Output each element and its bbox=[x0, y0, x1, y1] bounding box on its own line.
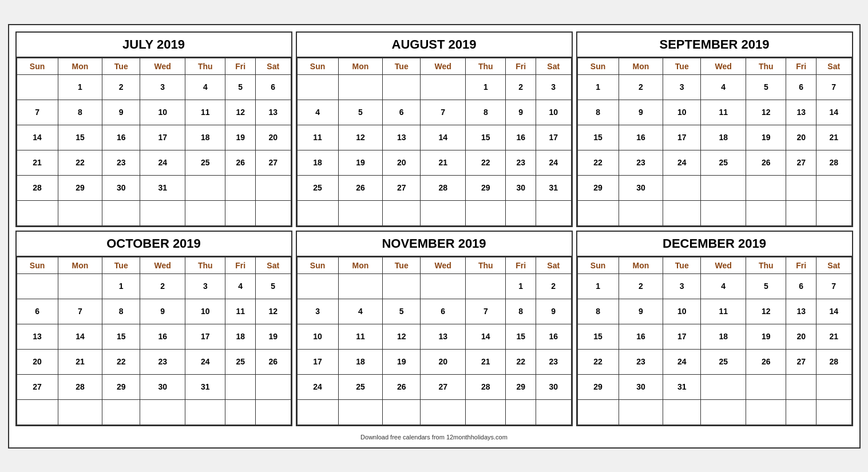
cal-day: 19 bbox=[383, 349, 421, 374]
cal-day: 9 bbox=[619, 299, 663, 324]
cal-day: 22 bbox=[577, 150, 619, 175]
cal-day: 23 bbox=[140, 349, 185, 374]
cal-day: 20 bbox=[786, 324, 817, 349]
cal-day: 29 bbox=[577, 374, 619, 399]
cal-day: 3 bbox=[663, 273, 701, 299]
cal-day: 5 bbox=[338, 100, 382, 125]
cal-day: 1 bbox=[102, 273, 140, 299]
cal-day bbox=[255, 175, 291, 200]
cal-day: 30 bbox=[506, 175, 536, 200]
footer-text: Download free calendars from 12monthholi… bbox=[14, 431, 855, 443]
cal-day: 21 bbox=[816, 125, 851, 150]
cal-day bbox=[102, 200, 140, 225]
day-header-sun: Sun bbox=[297, 58, 338, 74]
cal-day: 21 bbox=[421, 150, 466, 175]
cal-day bbox=[466, 399, 506, 425]
cal-day: 15 bbox=[577, 125, 619, 150]
cal-day bbox=[383, 74, 421, 100]
cal-day bbox=[506, 200, 536, 225]
cal-day: 23 bbox=[619, 349, 663, 374]
month-october-2019: OCTOBER 2019SunMonTueWedThuFriSat1234567… bbox=[15, 231, 292, 426]
cal-day: 3 bbox=[297, 299, 338, 324]
cal-day: 29 bbox=[577, 175, 619, 200]
cal-day: 14 bbox=[816, 299, 851, 324]
cal-day: 22 bbox=[577, 349, 619, 374]
cal-day bbox=[663, 175, 701, 200]
day-header-thu: Thu bbox=[185, 257, 225, 273]
cal-day: 19 bbox=[225, 125, 256, 150]
day-header-sat: Sat bbox=[816, 58, 851, 74]
cal-day bbox=[816, 200, 851, 225]
cal-table-october-2019: SunMonTueWedThuFriSat1234567891011121314… bbox=[17, 257, 291, 425]
cal-day: 15 bbox=[58, 125, 102, 150]
cal-day: 15 bbox=[102, 324, 140, 349]
month-title-december-2019: DECEMBER 2019 bbox=[577, 232, 852, 257]
cal-day bbox=[102, 399, 140, 425]
cal-day: 22 bbox=[102, 349, 140, 374]
cal-day bbox=[225, 399, 256, 425]
cal-day: 16 bbox=[536, 324, 571, 349]
cal-day: 20 bbox=[383, 150, 421, 175]
cal-day bbox=[786, 374, 817, 399]
cal-day: 27 bbox=[421, 374, 466, 399]
cal-day: 12 bbox=[383, 324, 421, 349]
cal-day bbox=[297, 200, 338, 225]
cal-day bbox=[58, 399, 102, 425]
cal-day: 29 bbox=[506, 374, 536, 399]
cal-day: 2 bbox=[102, 74, 140, 100]
cal-day bbox=[140, 399, 185, 425]
day-header-mon: Mon bbox=[619, 58, 663, 74]
cal-day: 17 bbox=[185, 324, 225, 349]
cal-day: 7 bbox=[421, 100, 466, 125]
cal-day: 25 bbox=[185, 150, 225, 175]
cal-day: 9 bbox=[102, 100, 140, 125]
cal-day: 17 bbox=[297, 349, 338, 374]
cal-day: 6 bbox=[786, 273, 817, 299]
cal-day: 28 bbox=[58, 374, 102, 399]
cal-day: 12 bbox=[225, 100, 256, 125]
cal-day: 21 bbox=[58, 349, 102, 374]
cal-day: 10 bbox=[663, 299, 701, 324]
cal-day: 6 bbox=[421, 299, 466, 324]
cal-day: 21 bbox=[466, 349, 506, 374]
cal-day: 18 bbox=[701, 125, 746, 150]
cal-day: 3 bbox=[185, 273, 225, 299]
cal-day: 13 bbox=[255, 100, 291, 125]
cal-day: 11 bbox=[297, 125, 338, 150]
cal-day: 29 bbox=[58, 175, 102, 200]
cal-day bbox=[663, 399, 701, 425]
cal-day bbox=[746, 200, 786, 225]
cal-day: 6 bbox=[255, 74, 291, 100]
cal-day: 30 bbox=[619, 175, 663, 200]
cal-day bbox=[225, 200, 256, 225]
day-header-sun: Sun bbox=[577, 58, 619, 74]
cal-day: 20 bbox=[421, 349, 466, 374]
cal-day: 4 bbox=[225, 273, 256, 299]
day-header-fri: Fri bbox=[506, 257, 536, 273]
day-header-sun: Sun bbox=[17, 58, 58, 74]
cal-table-july-2019: SunMonTueWedThuFriSat1234567891011121314… bbox=[17, 58, 291, 226]
day-header-mon: Mon bbox=[619, 257, 663, 273]
cal-day: 28 bbox=[17, 175, 58, 200]
day-header-sat: Sat bbox=[816, 257, 851, 273]
cal-day: 4 bbox=[297, 100, 338, 125]
day-header-tue: Tue bbox=[102, 257, 140, 273]
cal-day bbox=[185, 399, 225, 425]
cal-day: 27 bbox=[255, 150, 291, 175]
cal-day: 12 bbox=[255, 299, 291, 324]
cal-day: 24 bbox=[536, 150, 571, 175]
cal-day: 28 bbox=[816, 349, 851, 374]
cal-day: 11 bbox=[225, 299, 256, 324]
cal-day bbox=[466, 273, 506, 299]
cal-day: 24 bbox=[663, 150, 701, 175]
cal-day: 7 bbox=[816, 273, 851, 299]
cal-day: 21 bbox=[17, 150, 58, 175]
cal-day: 19 bbox=[255, 324, 291, 349]
cal-day: 15 bbox=[466, 125, 506, 150]
cal-table-november-2019: SunMonTueWedThuFriSat1234567891011121314… bbox=[297, 257, 572, 425]
cal-day bbox=[746, 175, 786, 200]
cal-day: 18 bbox=[701, 324, 746, 349]
cal-day bbox=[421, 399, 466, 425]
day-header-mon: Mon bbox=[338, 58, 382, 74]
cal-day: 2 bbox=[619, 74, 663, 100]
